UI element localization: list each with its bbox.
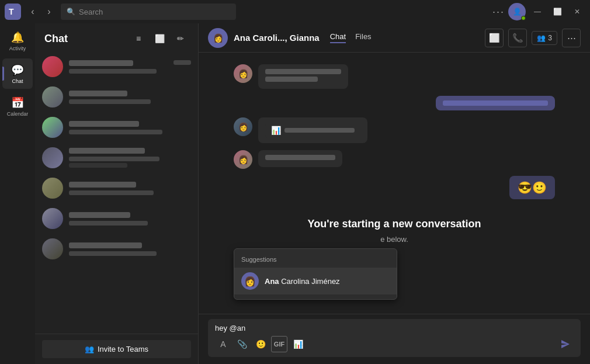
- chat-panel-header: Chat ≡ ⬜ ✏: [35, 23, 198, 51]
- participants-count: 3: [548, 34, 552, 42]
- list-item[interactable]: [35, 234, 198, 264]
- list-item[interactable]: [35, 203, 198, 234]
- avatar: 👩: [234, 64, 252, 83]
- message-bubble: 📊: [258, 117, 367, 143]
- invite-icon: 👥: [85, 345, 94, 353]
- minimize-button[interactable]: —: [529, 4, 546, 20]
- chat-info: [69, 148, 191, 168]
- chat-panel: Chat ≡ ⬜ ✏: [35, 23, 199, 364]
- message-row: 😎🙂: [234, 176, 555, 199]
- emoji-button[interactable]: 🙂: [252, 336, 269, 352]
- sidebar-item-activity-label: Activity: [9, 46, 26, 51]
- teams-logo: T: [5, 4, 21, 20]
- chat-panel-actions: ≡ ⬜ ✏: [130, 30, 189, 47]
- sidebar-item-chat-label: Chat: [12, 78, 23, 84]
- suggestion-item[interactable]: 👩 Ana Carolina Jiménez: [234, 268, 397, 294]
- chat-header-name: Ana Caroli..., Gianna: [234, 33, 320, 43]
- chat-info: [69, 212, 191, 226]
- chat-info: [69, 60, 191, 74]
- message-text-blur: [443, 100, 548, 106]
- suggestions-dropdown: Suggestions 👩 Ana Carolina Jiménez: [234, 248, 397, 300]
- chat-info: [69, 121, 191, 134]
- list-item[interactable]: [35, 143, 198, 173]
- chat-menu-button[interactable]: ≡: [130, 30, 147, 47]
- chat-info: [69, 91, 191, 104]
- user-avatar[interactable]: 👤: [508, 3, 526, 20]
- gif-button[interactable]: GIF: [271, 336, 287, 352]
- call-icon[interactable]: 📞: [508, 29, 527, 47]
- chat-info: [69, 182, 191, 195]
- file-icon: 📊: [271, 126, 281, 135]
- more-actions-icon[interactable]: ⋯: [562, 29, 581, 47]
- sidebar-nav: 🔔 Activity 💬 Chat 📅 Calendar: [0, 23, 35, 364]
- list-item[interactable]: [35, 82, 198, 112]
- sidebar-item-activity[interactable]: 🔔 Activity: [2, 26, 33, 56]
- new-conversation-title: You're starting a new conversation: [245, 218, 543, 230]
- sidebar-item-calendar-label: Calendar: [7, 111, 29, 117]
- message-input-area: A 📎 🙂 GIF 📊: [199, 314, 590, 364]
- chat-header-actions: ⬜ 📞 👥 3 ⋯: [485, 29, 581, 47]
- chat-main: 👩 Ana Caroli..., Gianna Chat Files ⬜ 📞 👥…: [199, 23, 590, 364]
- forward-button[interactable]: ›: [42, 5, 56, 19]
- emoji-message: 😎🙂: [509, 176, 555, 199]
- chart-button[interactable]: 📊: [290, 336, 306, 352]
- message-text-blur: [265, 77, 318, 82]
- video-call-button[interactable]: ⬜: [151, 30, 168, 47]
- titlebar-right: ··· 👤 — ⬜ ✕: [492, 3, 585, 20]
- suggestion-name: Ana Carolina Jiménez: [265, 277, 340, 286]
- chat-info: [69, 242, 191, 256]
- activity-icon: 🔔: [11, 31, 24, 44]
- message-row: 👩 📊: [234, 117, 555, 143]
- back-button[interactable]: ‹: [26, 5, 40, 19]
- titlebar: T ‹ › 🔍 Search ··· 👤 — ⬜ ✕: [0, 0, 590, 23]
- message-bubble: [258, 150, 342, 167]
- file-attachment: 📊: [265, 122, 360, 138]
- tab-files[interactable]: Files: [355, 32, 371, 43]
- invite-btn-container: 👥 Invite to Teams: [35, 334, 198, 364]
- calendar-icon: 📅: [11, 96, 24, 109]
- send-button[interactable]: [557, 336, 574, 352]
- participants-icon: 👥: [537, 34, 546, 42]
- avatar: 👩: [234, 150, 252, 169]
- chat-icon: 💬: [11, 64, 24, 77]
- message-toolbar: A 📎 🙂 GIF 📊: [215, 336, 574, 352]
- close-button[interactable]: ✕: [569, 4, 585, 20]
- svg-text:T: T: [9, 7, 14, 16]
- message-input-box: A 📎 🙂 GIF 📊: [208, 319, 581, 357]
- main-content: 🔔 Activity 💬 Chat 📅 Calendar Chat ≡ ⬜ ✏: [0, 23, 590, 364]
- nav-arrows: ‹ ›: [26, 5, 56, 19]
- message-text-input[interactable]: [215, 324, 574, 332]
- message-text-blur: [265, 155, 335, 160]
- attach-button[interactable]: 📎: [234, 336, 250, 352]
- message-row: 👩: [234, 150, 555, 169]
- chat-header-avatar: 👩: [208, 28, 228, 48]
- message-row: [234, 96, 555, 110]
- chat-panel-title: Chat: [44, 33, 68, 45]
- new-chat-button[interactable]: ✏: [172, 30, 189, 47]
- list-item[interactable]: [35, 173, 198, 203]
- more-button[interactable]: ···: [492, 6, 505, 18]
- participants-button[interactable]: 👥 3: [532, 31, 557, 45]
- new-conversation-subtitle: e below.: [245, 235, 543, 244]
- list-item[interactable]: [35, 51, 198, 82]
- maximize-button[interactable]: ⬜: [549, 4, 565, 20]
- video-icon[interactable]: ⬜: [485, 29, 504, 47]
- online-status: [521, 16, 526, 20]
- sidebar-item-chat[interactable]: 💬 Chat: [2, 58, 33, 89]
- search-icon: 🔍: [67, 8, 75, 16]
- list-item[interactable]: [35, 112, 198, 143]
- message-text-blur: [265, 69, 341, 74]
- format-button[interactable]: A: [215, 336, 231, 352]
- search-bar[interactable]: 🔍 Search: [61, 4, 236, 20]
- tab-chat[interactable]: Chat: [330, 32, 346, 43]
- suggestions-label: Suggestions: [234, 254, 397, 268]
- invite-to-teams-button[interactable]: 👥 Invite to Teams: [42, 340, 191, 358]
- file-name-blur: [284, 128, 355, 133]
- chat-header-tabs: Chat Files: [330, 32, 372, 43]
- message-bubble-sent: [436, 96, 555, 110]
- avatar: 👩: [234, 117, 252, 136]
- suggestion-avatar: 👩: [241, 272, 259, 290]
- search-placeholder: Search: [79, 8, 103, 16]
- sidebar-item-calendar[interactable]: 📅 Calendar: [2, 91, 33, 122]
- titlebar-left: T ‹ › 🔍 Search: [5, 4, 236, 20]
